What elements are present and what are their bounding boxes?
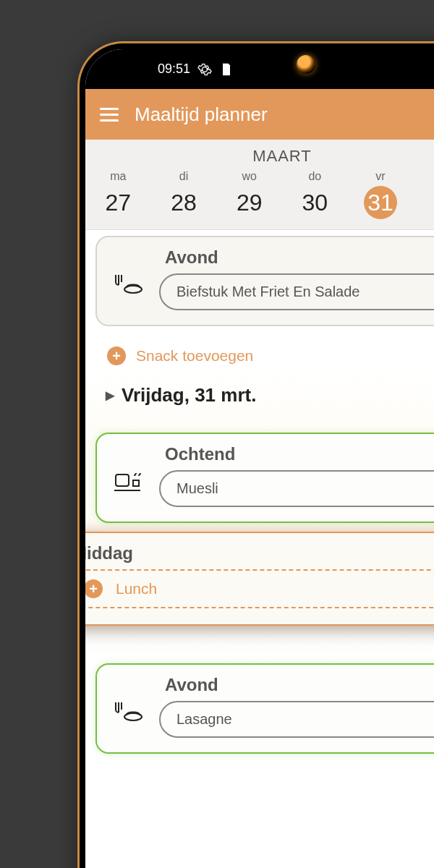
dinner-icon	[107, 675, 150, 728]
meal-card-ochtend[interactable]: Ochtend Muesli	[95, 433, 434, 523]
day-of-week: do	[282, 170, 348, 183]
day-cell[interactable]: do30	[282, 170, 348, 219]
day-of-week: vr	[348, 170, 414, 183]
dinner-icon	[107, 247, 150, 301]
day-of-week: ma	[85, 170, 151, 183]
month-label: MAART	[85, 147, 434, 166]
app-header: Maaltijd planner	[85, 89, 434, 140]
add-meal-label: Lunch	[116, 580, 157, 597]
meal-item-pill[interactable]: Biefstuk Met Friet En Salade	[159, 273, 434, 310]
plus-icon: +	[85, 579, 103, 598]
breakfast-icon	[107, 444, 150, 498]
meal-title: Middag	[85, 543, 434, 563]
day-number: 27	[101, 186, 135, 219]
meal-title: Avond	[159, 247, 434, 268]
svg-rect-3	[116, 475, 129, 486]
status-bar: 09:51	[85, 49, 434, 89]
expand-icon: ▶	[106, 388, 114, 402]
add-snack-label: Snack toevoegen	[136, 347, 253, 365]
meal-card-middag[interactable]: Middag + Lunch	[85, 532, 434, 626]
current-date-label: Vrijdag, 31 mrt.	[122, 384, 256, 407]
day-number: 1	[430, 186, 434, 219]
meal-item-pill[interactable]: Lasagne	[159, 701, 434, 738]
gear-icon	[197, 62, 212, 77]
day-cell[interactable]: ma27	[85, 170, 151, 219]
day-cell[interactable]: za1	[413, 170, 434, 219]
day-of-week: wo	[216, 170, 282, 183]
meal-item-pill[interactable]: Muesli	[159, 470, 434, 507]
sd-card-icon	[219, 62, 234, 77]
week-strip: MAART ma27di28wo29do30vr31za1	[85, 140, 434, 230]
day-number: 29	[233, 186, 266, 219]
day-of-week: di	[151, 170, 217, 183]
day-cell[interactable]: wo29	[216, 170, 282, 219]
day-cell[interactable]: di28	[151, 170, 217, 219]
meal-title: Avond	[159, 675, 434, 695]
add-snack-button[interactable]: + Snack toevoegen	[85, 335, 434, 377]
meal-card-avond[interactable]: Avond Lasagne	[95, 663, 434, 754]
day-of-week: za	[413, 170, 434, 183]
day-number: 30	[298, 186, 331, 219]
meal-title: Ochtend	[159, 444, 434, 464]
status-time: 09:51	[158, 61, 190, 77]
plus-icon: +	[107, 346, 126, 365]
day-number: 28	[167, 186, 200, 219]
add-meal-pill[interactable]: + Lunch	[85, 569, 434, 608]
day-cell[interactable]: vr31	[348, 170, 414, 219]
date-header[interactable]: ▶ Vrijdag, 31 mrt.	[85, 377, 434, 424]
day-number: 31	[364, 186, 397, 219]
meal-card-prev-avond[interactable]: Avond Biefstuk Met Friet En Salade	[95, 236, 434, 326]
page-title: Maaltijd planner	[135, 103, 428, 126]
camera-lens	[297, 55, 315, 74]
menu-button[interactable]	[100, 108, 119, 122]
